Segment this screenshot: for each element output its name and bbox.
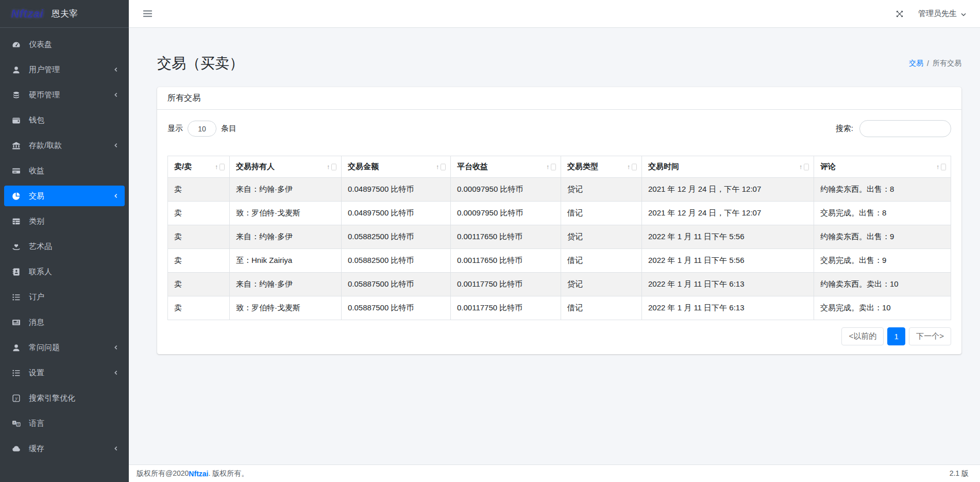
chevron-left-icon xyxy=(113,446,119,451)
expand-arrows-icon[interactable] xyxy=(895,10,904,18)
list-icon xyxy=(10,293,22,302)
sidebar-item-dashboard[interactable]: 仪表盘 xyxy=(4,34,125,55)
cell-platform-profit: 0.00117750 比特币 xyxy=(451,296,561,320)
cell-holder: 至：Hnik Zairiya xyxy=(230,249,342,273)
length-prefix-label: 显示 xyxy=(167,124,183,134)
sidebar-item-earnings[interactable]: 收益 xyxy=(4,160,125,181)
column-header-platform-profit[interactable]: 平台收益↑ xyxy=(451,156,561,178)
cell-sell: 卖 xyxy=(168,225,230,249)
cell-platform-profit: 0.00117750 比特币 xyxy=(451,273,561,296)
sidebar-item-language[interactable]: A文 语言 xyxy=(4,413,125,434)
sidebar-item-label: 交易 xyxy=(29,191,44,201)
breadcrumb-current: 所有交易 xyxy=(933,59,961,68)
sidebar-item-categories[interactable]: 类别 xyxy=(4,211,125,231)
sort-arrow-icon: ↑ xyxy=(627,163,637,170)
cell-holder: 致：罗伯特·戈麦斯 xyxy=(230,296,342,320)
cell-type: 贷记 xyxy=(561,178,642,202)
sidebar-item-coins[interactable]: 硬币管理 xyxy=(4,85,125,105)
chevron-left-icon xyxy=(113,370,119,375)
sidebar-item-label: 搜索引擎优化 xyxy=(29,393,75,403)
sidebar-item-subscribers[interactable]: 订户 xyxy=(4,287,125,307)
chevron-down-icon xyxy=(961,9,966,18)
sidebar-item-users[interactable]: 用户管理 xyxy=(4,59,125,80)
navbar-right: 管理员先生 xyxy=(895,9,966,19)
sidebar-item-artworks[interactable]: 艺术品 xyxy=(4,236,125,257)
sort-arrow-icon: ↑ xyxy=(936,163,946,170)
column-header-sell[interactable]: 卖/卖↑ xyxy=(168,156,230,178)
cell-time: 2022 年 1 月 11 日下午 6:13 xyxy=(642,296,814,320)
settings-list-icon xyxy=(10,369,22,377)
cell-amount: 0.04897500 比特币 xyxy=(342,202,451,225)
page-length-select[interactable]: 10 xyxy=(188,121,216,137)
cell-platform-profit: 0.00097950 比特币 xyxy=(451,178,561,202)
sort-arrow-icon: ↑ xyxy=(327,163,336,170)
sidebar-item-label: 存款/取款 xyxy=(29,141,62,151)
page-length-control: 显示 10 条目 xyxy=(167,121,236,137)
menu-icon[interactable] xyxy=(143,9,153,18)
cell-amount: 0.05882500 比特币 xyxy=(342,249,451,273)
table-row: 卖 致：罗伯特·戈麦斯 0.04897500 比特币 0.00097950 比特… xyxy=(168,202,951,225)
cell-comment: 约翰卖东西。出售：9 xyxy=(814,225,951,249)
sidebar-item-label: 仪表盘 xyxy=(29,40,52,49)
app-logo: Nftzai xyxy=(11,7,44,21)
version-label: 2.1 版 xyxy=(950,469,969,478)
card-body: 显示 10 条目 搜索: xyxy=(157,110,961,354)
cell-sell: 卖 xyxy=(168,296,230,320)
cell-amount: 0.05887500 比特币 xyxy=(342,273,451,296)
sidebar-item-faq[interactable]: 常问问题 xyxy=(4,337,125,358)
page-title: 交易（买卖） xyxy=(157,54,244,73)
sidebar-item-settings[interactable]: 设置 xyxy=(4,362,125,383)
cell-comment: 交易完成。出售：9 xyxy=(814,249,951,273)
svg-text:文: 文 xyxy=(16,423,20,426)
hand-heart-icon xyxy=(10,242,22,251)
search-input[interactable] xyxy=(859,120,951,137)
sidebar-item-label: 设置 xyxy=(29,368,44,378)
brand-link[interactable]: Nftzai 恩夫宰 xyxy=(0,0,129,28)
content-area: 交易（买卖） 交易 / 所有交易 所有交易 显示 10 条目 搜索: xyxy=(129,28,980,464)
language-icon: A文 xyxy=(10,419,22,428)
cell-comment: 交易完成。出售：8 xyxy=(814,202,951,225)
sidebar-item-deposit-withdraw[interactable]: 存款/取款 xyxy=(4,135,125,156)
next-page-button[interactable]: 下一个> xyxy=(909,327,951,345)
bank-icon xyxy=(10,141,22,150)
sort-arrow-icon: ↑ xyxy=(436,163,446,170)
sidebar-item-messages[interactable]: 消息 xyxy=(4,312,125,333)
cell-amount: 0.05887500 比特币 xyxy=(342,296,451,320)
seo-icon: y xyxy=(10,394,22,403)
pagination: <以前的 1 下一个> xyxy=(167,327,951,345)
sidebar-item-seo[interactable]: y 搜索引擎优化 xyxy=(4,388,125,408)
cloud-icon xyxy=(10,444,22,453)
previous-page-button[interactable]: <以前的 xyxy=(841,327,884,345)
sidebar-item-wallet[interactable]: 钱包 xyxy=(4,110,125,130)
chevron-left-icon xyxy=(113,345,119,350)
users-icon xyxy=(10,65,22,74)
sidebar-item-transactions[interactable]: 交易 xyxy=(4,186,125,206)
sidebar-item-cache[interactable]: 缓存 xyxy=(4,438,125,459)
column-header-type[interactable]: 交易类型↑ xyxy=(561,156,642,178)
user-menu-label: 管理员先生 xyxy=(918,9,957,19)
chevron-left-icon xyxy=(113,92,119,97)
cell-holder: 来自：约翰·多伊 xyxy=(230,225,342,249)
sidebar-item-label: 艺术品 xyxy=(29,242,52,252)
sidebar-item-contacts[interactable]: 联系人 xyxy=(4,261,125,282)
sidebar: Nftzai 恩夫宰 仪表盘 用户管理 硬币管理 钱包 存款/取款 xyxy=(0,0,129,482)
cell-time: 2022 年 1 月 11 日下午 5:56 xyxy=(642,225,814,249)
sidebar-item-label: 缓存 xyxy=(29,444,44,454)
sidebar-item-label: 订户 xyxy=(29,292,44,302)
user-menu[interactable]: 管理员先生 xyxy=(918,9,966,19)
page-1-button[interactable]: 1 xyxy=(887,327,905,345)
column-header-holder[interactable]: 交易持有人↑ xyxy=(230,156,342,178)
cell-type: 贷记 xyxy=(561,225,642,249)
transactions-card: 所有交易 显示 10 条目 搜索: xyxy=(157,87,961,354)
column-header-comment[interactable]: 评论↑ xyxy=(814,156,951,178)
coins-icon xyxy=(10,91,22,99)
footer-brand-link[interactable]: Nftzai xyxy=(189,470,208,478)
column-header-amount[interactable]: 交易金额↑ xyxy=(342,156,451,178)
column-header-time[interactable]: 交易时间↑ xyxy=(642,156,814,178)
cell-time: 2021 年 12 月 24 日，下午 12:07 xyxy=(642,178,814,202)
breadcrumb-link-transactions[interactable]: 交易 xyxy=(909,59,923,68)
cell-type: 借记 xyxy=(561,249,642,273)
card-title: 所有交易 xyxy=(157,87,961,110)
sidebar-nav: 仪表盘 用户管理 硬币管理 钱包 存款/取款 收益 交易 xyxy=(0,28,129,482)
pie-chart-icon xyxy=(10,192,22,201)
